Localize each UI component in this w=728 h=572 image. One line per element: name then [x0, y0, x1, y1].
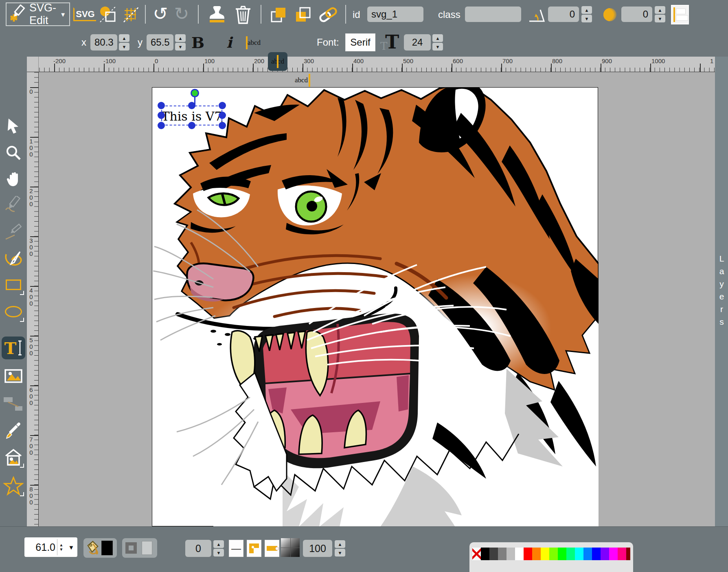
star-tool[interactable]: [2, 475, 25, 497]
palette-swatch[interactable]: [532, 548, 541, 560]
italic-button[interactable]: i: [223, 32, 235, 53]
text-tool[interactable]: T: [2, 337, 25, 359]
flyout-corner-icon: [20, 492, 24, 496]
flyout-corner-icon: [20, 464, 24, 468]
pan-tool[interactable]: [2, 167, 25, 190]
font-family-button[interactable]: Serif: [345, 33, 375, 51]
fill-swatch[interactable]: [101, 541, 113, 555]
main-menu-button[interactable]: SVG-Edit ▼: [6, 2, 70, 26]
move-to-front-button[interactable]: [269, 5, 288, 24]
zoom-spinner[interactable]: ▲▼: [57, 539, 65, 555]
blur-input[interactable]: 0: [621, 7, 652, 22]
anchor-middle-icon: [277, 55, 278, 68]
shape-library-tool[interactable]: [2, 446, 25, 469]
zoom-dropdown-icon[interactable]: ▼: [65, 539, 77, 555]
move-to-back-button[interactable]: [293, 5, 313, 24]
undo-button[interactable]: ↺: [151, 4, 169, 24]
linejoin-button[interactable]: [247, 540, 261, 557]
stroke-width-spinner[interactable]: ▲▼: [213, 540, 224, 557]
zoom-control[interactable]: 61.0 ▲▼ ▼: [24, 537, 77, 557]
palette-swatch[interactable]: [601, 548, 609, 560]
selection-handle-w[interactable]: [158, 112, 165, 119]
eyedropper-tool[interactable]: [2, 419, 25, 442]
pencil-tool[interactable]: [2, 194, 25, 216]
opacity-spinner[interactable]: ▲▼: [335, 540, 345, 557]
text-anchor-start-button[interactable]: abcd: [244, 33, 264, 52]
layers-panel-toggle[interactable]: Layers: [715, 57, 728, 526]
rotate-handle[interactable]: [191, 89, 199, 97]
x-spinner[interactable]: ▲▼: [119, 34, 129, 51]
palette-swatch[interactable]: [626, 548, 630, 560]
palette-swatch[interactable]: [558, 548, 566, 560]
y-input[interactable]: 65.5: [147, 34, 173, 51]
palette-swatch[interactable]: [524, 548, 532, 560]
text-anchor-end-button[interactable]: abcd: [292, 71, 311, 90]
stroke-color-control[interactable]: [122, 538, 157, 558]
palette-swatch[interactable]: [489, 548, 498, 560]
layers-label: Layers: [717, 254, 726, 330]
svg-canvas[interactable]: This is V7: [152, 87, 598, 526]
palette-swatch[interactable]: [515, 548, 524, 560]
id-input[interactable]: svg_1: [367, 7, 423, 22]
font-size-spinner[interactable]: ▲▼: [432, 34, 443, 51]
class-input[interactable]: [465, 7, 521, 22]
palette-swatch[interactable]: [609, 548, 618, 560]
app-title: SVG-Edit: [29, 2, 57, 27]
palette-swatch[interactable]: [592, 548, 601, 560]
tools-sidebar: T: [0, 57, 27, 526]
palette-swatch[interactable]: [498, 548, 507, 560]
bold-button[interactable]: B: [190, 32, 206, 53]
image-tool[interactable]: [2, 365, 25, 387]
ruler-label: 300: [28, 237, 35, 257]
blur-spinner[interactable]: ▲▼: [655, 6, 665, 22]
ellipse-tool[interactable]: [2, 300, 25, 323]
anchor-end-icon: [309, 74, 310, 87]
palette-swatch[interactable]: [566, 548, 575, 560]
palette-swatch[interactable]: [481, 548, 489, 560]
selection-handle-sw[interactable]: [158, 122, 165, 129]
selection-handle-s[interactable]: [188, 122, 195, 129]
text-anchor-middle-button[interactable]: abcd: [268, 52, 287, 71]
x-input[interactable]: 80.3: [90, 34, 117, 51]
stroke-width-input[interactable]: 0: [185, 540, 211, 557]
grid-snap-button[interactable]: [121, 4, 142, 24]
y-spinner[interactable]: ▲▼: [175, 34, 186, 51]
palette-swatch[interactable]: [507, 548, 515, 560]
select-tool[interactable]: [2, 114, 25, 137]
align-position-control[interactable]: [671, 5, 689, 24]
connector-tool[interactable]: [2, 392, 25, 415]
line-tool[interactable]: [2, 220, 25, 243]
import-image-button[interactable]: [98, 4, 118, 24]
palette-swatch[interactable]: [618, 548, 626, 560]
text-tool-icon: T: [4, 339, 17, 358]
selection-handle-nw[interactable]: [158, 102, 165, 109]
stroke-dash-button[interactable]: —: [229, 540, 243, 557]
text-toolbar: x 80.3 ▲▼ y 65.5 ▲▼ B i abcd abcd abcd F…: [0, 29, 728, 57]
workspace[interactable]: This is V7: [39, 72, 715, 526]
angle-input[interactable]: 0: [548, 7, 579, 22]
path-tool[interactable]: [2, 246, 25, 269]
opacity-input[interactable]: 100: [303, 540, 332, 557]
rect-tool[interactable]: [2, 273, 25, 296]
selection-handle-e[interactable]: [219, 112, 226, 119]
fill-color-control[interactable]: [83, 538, 117, 558]
selection-handle-ne[interactable]: [219, 102, 226, 109]
redo-button[interactable]: ↻: [173, 4, 191, 24]
selection-handle-n[interactable]: [188, 102, 195, 109]
palette-swatch[interactable]: [583, 548, 592, 560]
view-source-button[interactable]: SVG: [76, 6, 94, 23]
zoom-tool[interactable]: [2, 141, 25, 164]
angle-spinner[interactable]: ▲▼: [581, 6, 592, 22]
font-size-input[interactable]: 24: [404, 34, 431, 51]
clone-button[interactable]: [207, 4, 227, 25]
palette-swatch[interactable]: [541, 548, 549, 560]
palette-swatch[interactable]: [575, 548, 583, 560]
palette-none-swatch[interactable]: [472, 548, 481, 560]
ruler-label: 100: [204, 57, 215, 64]
stroke-swatch[interactable]: [142, 541, 152, 555]
delete-button[interactable]: [233, 4, 253, 25]
linecap-button[interactable]: [265, 540, 279, 557]
make-link-button[interactable]: [318, 5, 339, 24]
palette-swatch[interactable]: [549, 548, 558, 560]
selection-handle-se[interactable]: [219, 122, 226, 129]
